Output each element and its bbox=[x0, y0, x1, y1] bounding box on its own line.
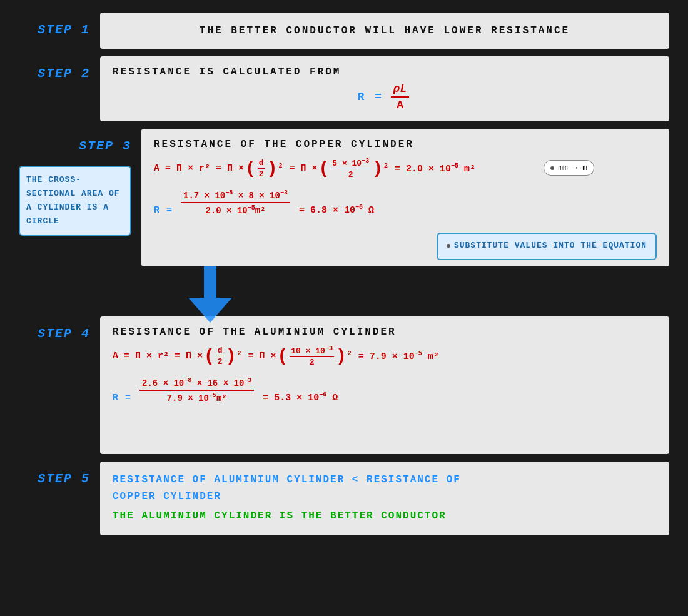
step4-label: STEP 4 bbox=[19, 316, 100, 341]
r-eq-label: R bbox=[154, 205, 159, 216]
step2-box: RESISTANCE IS CALCULATED FROM R = ρL A bbox=[100, 56, 669, 121]
a-eq: A = Π × r² = Π × bbox=[154, 163, 244, 174]
al-r-result: = 5.3 × 10−6 Ω bbox=[257, 391, 338, 403]
copper-r-fraction: 1.7 × 10−8 × 8 × 10−3 2.0 × 10−5m² bbox=[181, 189, 290, 215]
rho-l-over-a: ρL A bbox=[391, 83, 410, 111]
copper-r-result: = 6.8 × 10−6 Ω bbox=[293, 204, 374, 216]
d-over-2-copper: d 2 bbox=[258, 158, 265, 179]
step2-formula: R = ρL A bbox=[113, 83, 657, 111]
eq-result-al-a: = 7.9 × 10−5 m² bbox=[353, 350, 439, 362]
substitute-callout: SUBSTITUTE VALUES INTO THE EQUATION bbox=[437, 233, 657, 260]
r-symbol: R bbox=[358, 91, 365, 103]
rparen2: ) bbox=[372, 160, 383, 178]
step5-line1: RESISTANCE OF ALUMINIUM CYLINDER < RESIS… bbox=[113, 472, 657, 505]
sq1: 2 bbox=[278, 163, 282, 174]
denominator-a: A bbox=[394, 98, 406, 111]
r-eq-label-al: R bbox=[113, 393, 118, 403]
step3-row: STEP 3 THE CROSS-SECTIONAL AREA OF A CYL… bbox=[19, 129, 669, 266]
numerator-rho-l: ρL bbox=[391, 83, 410, 98]
step5-box: RESISTANCE OF ALUMINIUM CYLINDER < RESIS… bbox=[100, 462, 669, 535]
eq-pi-x-al: = Π × bbox=[242, 351, 276, 361]
mm-dot bbox=[550, 166, 554, 170]
step3-r-eq: R = 1.7 × 10−8 × 8 × 10−3 2.0 × 10−5m² =… bbox=[154, 189, 657, 215]
step4-box: RESISTANCE OF THE ALUMINIUM CYLINDER A =… bbox=[100, 316, 669, 454]
substitute-dot bbox=[447, 244, 450, 248]
eq-pi-x: = Π × bbox=[283, 163, 317, 174]
step5-row: STEP 5 RESISTANCE OF ALUMINIUM CYLINDER … bbox=[19, 462, 669, 535]
rparen4: ) bbox=[336, 348, 347, 365]
mm-to-m-callout: mm → m bbox=[544, 160, 594, 176]
lparen1: ( bbox=[245, 160, 256, 178]
step4-row: STEP 4 RESISTANCE OF THE ALUMINIUM CYLIN… bbox=[19, 316, 669, 454]
cross-section-text: THE CROSS-SECTIONAL AREA OF A CYLINDER I… bbox=[26, 175, 120, 226]
lparen3: ( bbox=[204, 348, 215, 365]
step1-row: STEP 1 THE BETTER CONDUCTOR WILL HAVE LO… bbox=[19, 13, 669, 49]
sq4: 2 bbox=[348, 350, 352, 362]
step3-box: RESISTANCE OF THE COPPER CYLINDER mm → m… bbox=[141, 129, 669, 266]
step3-title: RESISTANCE OF THE COPPER CYLINDER bbox=[154, 139, 657, 150]
step5-line3: THE ALUMINIUM CYLINDER IS THE BETTER CON… bbox=[113, 508, 657, 525]
r-eq-equals: = bbox=[161, 205, 178, 216]
step4-r-eq: R = 2.6 × 10−8 × 16 × 10−3 7.9 × 10−5m² … bbox=[113, 377, 657, 403]
svg-marker-0 bbox=[185, 266, 232, 323]
al-r-fraction: 2.6 × 10−8 × 16 × 10−3 7.9 × 10−5m² bbox=[139, 377, 254, 403]
sq2: 2 bbox=[384, 163, 388, 174]
step2-row: STEP 2 RESISTANCE IS CALCULATED FROM R =… bbox=[19, 56, 669, 121]
step3-label: STEP 3 bbox=[50, 139, 131, 153]
a-eq-al: A = Π × r² = Π × bbox=[113, 351, 203, 361]
cross-section-callout: THE CROSS-SECTIONAL AREA OF A CYLINDER I… bbox=[19, 166, 131, 236]
d-over-2-al: d 2 bbox=[216, 346, 224, 366]
rparen1: ) bbox=[267, 160, 278, 178]
big-arrow-down bbox=[179, 266, 241, 326]
substitute-text: SUBSTITUTE VALUES INTO THE EQUATION bbox=[454, 239, 647, 253]
sq3: 2 bbox=[237, 350, 241, 362]
r-eq-equals-al: = bbox=[119, 393, 136, 403]
step1-text: THE BETTER CONDUCTOR WILL HAVE LOWER RES… bbox=[113, 23, 657, 39]
step1-label: STEP 1 bbox=[19, 13, 100, 37]
5e-3-over-2: 5 × 10−3 2 bbox=[331, 158, 370, 179]
lparen4: ( bbox=[278, 348, 288, 365]
lparen2: ( bbox=[319, 160, 330, 178]
step4-area-eq: A = Π × r² = Π × ( d 2 ) 2 = Π × ( 10 × … bbox=[113, 345, 657, 367]
rparen3: ) bbox=[226, 348, 236, 365]
eq-result-copper-a: = 2.0 × 10−5 m² bbox=[389, 163, 475, 174]
equals-sign: = bbox=[368, 91, 388, 103]
step2-label: STEP 2 bbox=[19, 56, 100, 81]
10e-3-over-2: 10 × 10−3 2 bbox=[290, 345, 334, 367]
step2-title: RESISTANCE IS CALCULATED FROM bbox=[113, 66, 657, 78]
mm-to-m-text: mm → m bbox=[558, 163, 587, 173]
step1-box: THE BETTER CONDUCTOR WILL HAVE LOWER RES… bbox=[100, 13, 669, 49]
step5-label: STEP 5 bbox=[19, 462, 100, 486]
step4-title: RESISTANCE OF THE ALUMINIUM CYLINDER bbox=[113, 326, 657, 338]
